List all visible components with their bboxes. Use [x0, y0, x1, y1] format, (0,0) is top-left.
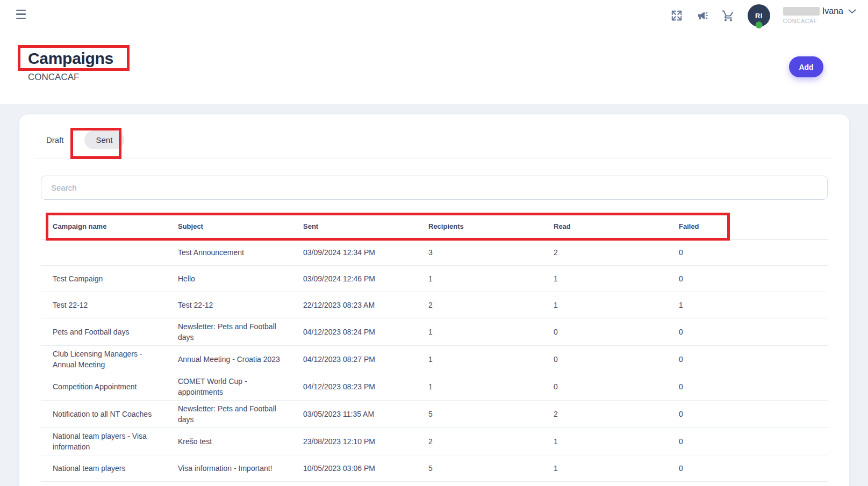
cell-sent: 22/12/2023 08:23 AM	[291, 297, 417, 313]
cell-subject: Hello	[166, 271, 291, 287]
table-row[interactable]: Pets and Football days Newsletter: Pets …	[41, 318, 828, 346]
cell-recipients: 1	[417, 379, 542, 395]
column-header: Failed	[667, 222, 828, 230]
cell-sent: 04/12/2023 08:23 PM	[291, 379, 417, 395]
cell-read: 0	[542, 351, 667, 367]
campaigns-table: Test Announcement 03/09/2024 12:34 PM 3 …	[41, 240, 828, 482]
top-header: RI Ivana CONCACAF Campaigns CONCACAF Add	[0, 0, 868, 104]
search-input[interactable]	[41, 176, 828, 200]
table-row[interactable]: Club Licensing Managers - Annual Meeting…	[41, 346, 828, 373]
column-header: Recipients	[417, 222, 542, 230]
cell-campaign-name	[41, 250, 166, 255]
page-title: Campaigns	[28, 49, 113, 68]
cell-read: 2	[542, 406, 667, 422]
cell-read: 0	[542, 379, 667, 395]
cell-recipients: 1	[417, 351, 542, 367]
cell-sent: 10/05/2023 03:06 PM	[291, 460, 417, 476]
avatar[interactable]: RI	[748, 4, 770, 27]
table-row[interactable]: Notification to all NT Coaches Newslette…	[41, 401, 828, 428]
topbar-actions: RI Ivana CONCACAF	[670, 3, 856, 28]
cell-sent: 03/05/2023 11:35 AM	[291, 406, 417, 422]
cell-subject: Newsletter: Pets and Football days	[166, 318, 291, 345]
cell-recipients: 5	[417, 406, 542, 422]
tab-draft[interactable]: Draft	[41, 135, 69, 144]
cell-sent: 04/12/2023 08:27 PM	[291, 351, 417, 367]
cell-campaign-name: Test Campaign	[41, 271, 166, 287]
cell-sent: 03/09/2024 12:46 PM	[291, 271, 417, 287]
avatar-initials: RI	[755, 12, 763, 20]
cell-recipients: 2	[417, 433, 542, 449]
menu-icon[interactable]	[16, 10, 27, 19]
user-org-label: CONCACAF	[783, 18, 817, 25]
cell-subject: Newsletter: Pets and Football days	[166, 401, 291, 427]
column-header: Read	[542, 222, 667, 230]
user-first-name: Ivana	[822, 6, 843, 16]
column-header: Sent	[291, 222, 417, 230]
tab-bar: Draft Sent	[41, 130, 828, 149]
campaigns-card: Draft Sent Campaign nameSubjectSentRecip…	[19, 114, 849, 486]
table-row[interactable]: National team players Visa information -…	[41, 455, 828, 482]
cell-sent: 23/08/2023 12:10 PM	[291, 433, 417, 449]
fullscreen-icon[interactable]	[670, 9, 683, 22]
cell-campaign-name: Test 22-12	[41, 297, 166, 313]
cell-sent: 04/12/2023 08:24 PM	[291, 324, 417, 340]
cell-recipients: 2	[417, 297, 542, 313]
tab-sent[interactable]: Sent	[84, 130, 125, 149]
cell-recipients: 3	[417, 244, 542, 260]
cell-campaign-name: Notification to all NT Coaches	[41, 406, 166, 422]
cell-failed: 1	[667, 297, 828, 313]
cell-recipients: 5	[417, 460, 542, 476]
tabs-divider	[34, 158, 832, 158]
table-row[interactable]: Test Campaign Hello 03/09/2024 12:46 PM …	[41, 266, 828, 292]
cell-failed: 0	[667, 244, 828, 260]
cell-failed: 0	[667, 271, 828, 287]
user-menu[interactable]: Ivana CONCACAF	[783, 6, 856, 24]
cell-campaign-name: National team players - Visa information	[41, 428, 166, 455]
page-subtitle: CONCACAF	[28, 72, 79, 83]
cell-campaign-name: National team players	[41, 460, 166, 476]
redacted-last-name	[783, 7, 820, 16]
chevron-down-icon	[848, 6, 856, 16]
cell-recipients: 1	[417, 271, 542, 287]
cell-read: 2	[542, 244, 667, 260]
cell-subject: COMET World Cup - appointments	[166, 373, 291, 400]
column-header: Subject	[166, 222, 291, 230]
cell-sent: 03/09/2024 12:34 PM	[291, 244, 417, 260]
table-row[interactable]: National team players - Visa information…	[41, 428, 828, 455]
cell-failed: 0	[667, 460, 828, 476]
cell-read: 1	[542, 271, 667, 287]
column-header: Campaign name	[41, 222, 166, 230]
cell-failed: 0	[667, 379, 828, 395]
cell-read: 1	[542, 433, 667, 449]
online-status-dot	[755, 21, 762, 28]
cell-subject: Test 22-12	[166, 297, 291, 313]
cell-recipients: 1	[417, 324, 542, 340]
table-row[interactable]: Test 22-12 Test 22-12 22/12/2023 08:23 A…	[41, 292, 828, 318]
cell-campaign-name: Competition Appointment	[41, 379, 166, 395]
cell-failed: 0	[667, 433, 828, 449]
cell-read: 0	[542, 324, 667, 340]
cell-subject: Test Announcement	[166, 244, 291, 260]
table-row[interactable]: Competition Appointment COMET World Cup …	[41, 373, 828, 401]
cell-subject: Annual Meeting - Croatia 2023	[166, 351, 291, 367]
megaphone-icon[interactable]	[696, 9, 709, 22]
table-header-row: Campaign nameSubjectSentRecipientsReadFa…	[41, 214, 828, 240]
cell-read: 1	[542, 460, 667, 476]
cell-subject: Visa information - Important!	[166, 460, 291, 476]
cell-failed: 0	[667, 324, 828, 340]
table-row[interactable]: Test Announcement 03/09/2024 12:34 PM 3 …	[41, 240, 828, 266]
cell-read: 1	[542, 297, 667, 313]
cell-campaign-name: Club Licensing Managers - Annual Meeting	[41, 346, 166, 373]
cell-campaign-name: Pets and Football days	[41, 324, 166, 340]
cart-icon[interactable]	[722, 9, 735, 22]
add-button[interactable]: Add	[789, 56, 823, 77]
cell-failed: 0	[667, 406, 828, 422]
cell-subject: Krešo test	[166, 433, 291, 449]
cell-failed: 0	[667, 351, 828, 367]
